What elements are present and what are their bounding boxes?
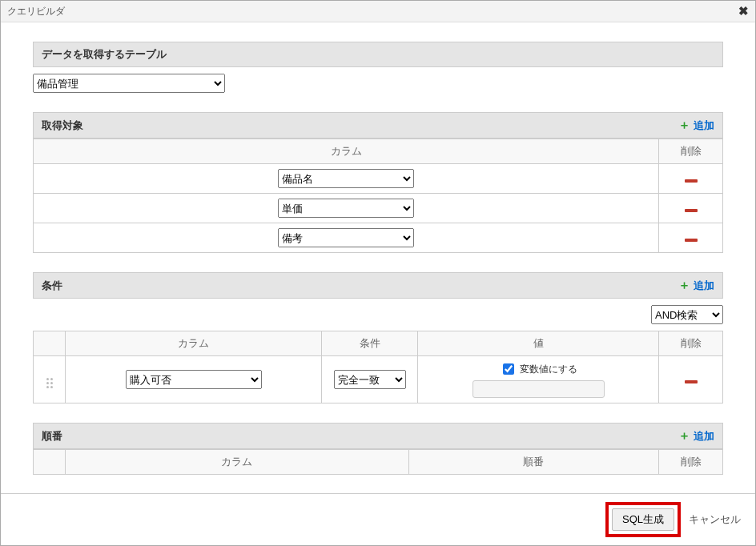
section-header-condition: 条件 ＋ 追加 (33, 272, 723, 299)
drag-handle[interactable] (34, 356, 66, 403)
content-area: データを取得するテーブル 備品管理 取得対象 ＋ 追加 カラム 削除 (1, 22, 755, 493)
delete-row-icon[interactable] (685, 209, 698, 212)
add-order-button[interactable]: ＋ 追加 (678, 428, 714, 444)
titlebar: クエリビルダ ✖ (1, 1, 755, 22)
order-col-header: カラム (66, 450, 409, 475)
delete-row-icon[interactable] (685, 179, 698, 183)
drag-icon (46, 378, 53, 388)
plus-icon: ＋ (678, 278, 690, 293)
order-table: カラム 順番 削除 (33, 449, 723, 475)
section-title-table: データを取得するテーブル (42, 47, 167, 62)
window-title: クエリビルダ (7, 5, 65, 18)
add-condition-label: 追加 (694, 279, 714, 293)
condition-delete-header: 削除 (659, 331, 723, 356)
section-body-table: 備品管理 (33, 67, 723, 112)
target-column-select[interactable]: 単価 (278, 199, 414, 218)
plus-icon: ＋ (678, 428, 690, 444)
generate-sql-button[interactable]: SQL生成 (612, 508, 674, 531)
close-icon[interactable]: ✖ (738, 4, 749, 18)
section-header-table: データを取得するテーブル (33, 42, 723, 67)
condition-col-header: カラム (66, 331, 322, 356)
table-row: 単価 (34, 194, 723, 223)
table-row: 購入可否 完全一致 変数値にする (34, 356, 723, 403)
plus-icon: ＋ (678, 118, 690, 133)
section-header-target: 取得対象 ＋ 追加 (33, 112, 723, 139)
table-row: 備品名 (34, 164, 723, 194)
condition-value-header: 値 (418, 331, 659, 356)
condition-operator-select[interactable]: 完全一致 (334, 370, 406, 389)
target-table: カラム 削除 備品名 単価 備考 (33, 139, 723, 253)
drag-header (34, 331, 66, 356)
order-order-header: 順番 (408, 450, 658, 475)
add-order-label: 追加 (694, 429, 714, 444)
add-target-button[interactable]: ＋ 追加 (678, 118, 714, 133)
condition-value-input (472, 380, 605, 398)
section-header-order: 順番 ＋ 追加 (33, 423, 723, 449)
add-condition-button[interactable]: ＋ 追加 (678, 278, 714, 293)
condition-column-select[interactable]: 購入可否 (126, 370, 262, 389)
condition-cond-header: 条件 (322, 331, 418, 356)
drag-header (34, 450, 66, 475)
delete-row-icon[interactable] (685, 380, 698, 383)
section-title-target: 取得対象 (42, 118, 83, 133)
section-title-condition: 条件 (42, 279, 62, 293)
condition-value-cell: 変数値にする (418, 356, 659, 403)
delete-row-icon[interactable] (685, 239, 698, 242)
highlight-box: SQL生成 (605, 502, 681, 537)
add-target-label: 追加 (694, 118, 714, 133)
table-select[interactable]: 備品管理 (33, 74, 225, 93)
target-delete-header: 削除 (659, 139, 723, 164)
variable-label: 変数値にする (520, 363, 577, 376)
target-col-header: カラム (34, 139, 659, 164)
footer: SQL生成 キャンセル (1, 493, 755, 545)
and-or-select[interactable]: AND検索 (651, 305, 723, 324)
condition-table: カラム 条件 値 削除 購入可否 完全一致 変数値にする (33, 331, 723, 403)
section-title-order: 順番 (42, 429, 62, 444)
order-delete-header: 削除 (659, 450, 723, 475)
table-row: 備考 (34, 223, 723, 253)
target-column-select[interactable]: 備考 (278, 228, 414, 247)
target-column-select[interactable]: 備品名 (278, 169, 414, 188)
and-row: AND検索 (33, 299, 723, 331)
variable-checkbox[interactable] (503, 363, 514, 375)
query-builder-window: クエリビルダ ✖ データを取得するテーブル 備品管理 取得対象 ＋ 追加 カラム… (0, 0, 756, 546)
cancel-button[interactable]: キャンセル (684, 512, 746, 527)
